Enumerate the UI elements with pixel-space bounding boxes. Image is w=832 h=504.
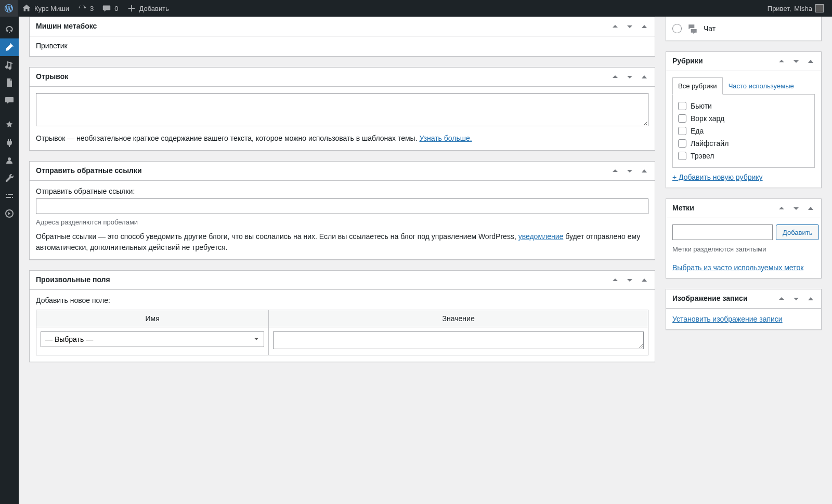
move-up-button[interactable] <box>608 162 622 180</box>
metabox-custom-fields: Произвольные поля Добавить новое поле: И… <box>29 270 655 362</box>
excerpt-learn-more-link[interactable]: Узнать больше. <box>419 134 472 142</box>
category-label: Трэвел <box>691 152 714 160</box>
categories-tab-frequent[interactable]: Часто используемые <box>723 77 800 95</box>
metabox-title: Произвольные поля <box>30 271 608 289</box>
move-up-button[interactable] <box>774 52 789 71</box>
metabox-formats-partial: Чат <box>666 17 822 41</box>
site-name: Курс Миши <box>34 5 69 12</box>
move-down-button[interactable] <box>622 17 637 36</box>
move-down-button[interactable] <box>789 199 803 218</box>
category-item[interactable]: Еда <box>678 125 809 137</box>
metabox-body: Приветик <box>36 42 68 50</box>
set-featured-image-link[interactable]: Установить изображение записи <box>672 315 783 323</box>
menu-users[interactable] <box>0 152 19 169</box>
comment-icon <box>102 4 111 13</box>
category-checkbox[interactable] <box>678 139 686 148</box>
move-up-button[interactable] <box>608 271 622 289</box>
updates-count: 3 <box>90 5 94 12</box>
move-up-button[interactable] <box>774 199 789 218</box>
metabox-title: Метки <box>666 199 774 218</box>
categories-tab-all[interactable]: Все рубрики <box>672 77 723 95</box>
category-label: Бьюти <box>691 102 712 110</box>
toggle-button[interactable] <box>803 199 818 218</box>
metabox-title: Мишин метабокс <box>30 17 608 36</box>
category-label: Ворк хард <box>691 114 724 123</box>
metabox-custom: Мишин метабокс Приветик <box>29 17 655 57</box>
toggle-button[interactable] <box>637 162 652 180</box>
move-down-button[interactable] <box>622 162 637 180</box>
menu-plugins[interactable] <box>0 134 19 152</box>
excerpt-desc: Отрывок — необязательное краткое содержа… <box>36 134 419 142</box>
metabox-trackbacks: Отправить обратные ссылки Отправить обра… <box>29 161 655 260</box>
metabox-excerpt: Отрывок Отрывок — необязательное краткое… <box>29 67 655 151</box>
tags-choose-link[interactable]: Выбрать из часто используемых меток <box>672 263 803 272</box>
move-up-button[interactable] <box>608 68 622 86</box>
move-down-button[interactable] <box>789 289 803 308</box>
toggle-button[interactable] <box>803 289 818 308</box>
trackback-label: Отправить обратные ссылки: <box>36 187 648 195</box>
category-item[interactable]: Ворк хард <box>678 112 809 125</box>
excerpt-textarea[interactable] <box>36 93 648 126</box>
move-down-button[interactable] <box>622 271 637 289</box>
metabox-title: Рубрики <box>666 52 774 71</box>
tags-input[interactable] <box>672 224 773 240</box>
admin-menu <box>0 17 19 383</box>
metabox-title: Отрывок <box>30 68 608 86</box>
category-checkbox[interactable] <box>678 114 686 123</box>
trackback-input[interactable] <box>36 198 648 214</box>
updates-link[interactable]: 3 <box>73 0 98 17</box>
cf-col-value: Значение <box>269 310 648 327</box>
category-label: Еда <box>691 127 704 135</box>
menu-pages[interactable] <box>0 74 19 91</box>
add-new-label: Добавить <box>139 5 169 12</box>
toggle-button[interactable] <box>637 17 652 36</box>
category-checkbox[interactable] <box>678 152 686 160</box>
toggle-button[interactable] <box>803 52 818 71</box>
add-category-link[interactable]: + Добавить новую рубрику <box>672 173 815 181</box>
move-down-button[interactable] <box>789 52 803 71</box>
metabox-title: Изображение записи <box>666 289 774 308</box>
menu-media[interactable] <box>0 56 19 74</box>
refresh-icon <box>77 4 87 13</box>
wordpress-icon <box>4 4 14 13</box>
menu-settings[interactable] <box>0 187 19 205</box>
site-home-link[interactable]: Курс Миши <box>18 0 73 17</box>
move-up-button[interactable] <box>774 289 789 308</box>
add-new-link[interactable]: Добавить <box>123 0 173 17</box>
user-avatar <box>815 4 824 12</box>
menu-appearance[interactable] <box>0 116 19 134</box>
category-item[interactable]: Бьюти <box>678 100 809 112</box>
category-checkbox[interactable] <box>678 102 686 110</box>
category-item[interactable]: Трэвел <box>678 150 809 162</box>
move-down-button[interactable] <box>622 68 637 86</box>
user-name: Misha <box>794 5 812 12</box>
menu-collapse[interactable] <box>0 205 19 222</box>
toggle-button[interactable] <box>637 271 652 289</box>
admin-toolbar: Курс Миши 3 0 Добавить Привет, Misha <box>0 0 832 17</box>
trackback-ping-link[interactable]: уведомление <box>518 232 564 241</box>
metabox-tags: Метки Добавить Метки разделяются запятым… <box>666 198 822 278</box>
tags-hint: Метки разделяются запятыми <box>672 245 815 253</box>
menu-tools[interactable] <box>0 169 19 187</box>
metabox-categories: Рубрики Все рубрики Часто используемые Б… <box>666 51 822 188</box>
plus-icon <box>127 4 136 13</box>
tags-add-button[interactable]: Добавить <box>776 224 819 240</box>
category-item[interactable]: Лайфстайл <box>678 137 809 150</box>
comments-link[interactable]: 0 <box>98 0 122 17</box>
trackback-hint: Адреса разделяются пробелами <box>36 218 648 226</box>
home-icon <box>22 4 31 13</box>
cf-value-textarea[interactable] <box>273 331 644 349</box>
menu-posts[interactable] <box>0 38 19 56</box>
custom-fields-table: Имя Значение — Выбрать — <box>36 310 648 355</box>
format-radio[interactable] <box>672 24 682 33</box>
trackback-desc-before: Обратные ссылки — это способ уведомить д… <box>36 232 518 241</box>
wp-logo[interactable] <box>0 0 18 17</box>
my-account[interactable]: Привет, Misha <box>763 0 828 17</box>
menu-dashboard[interactable] <box>0 21 19 38</box>
metabox-title: Отправить обратные ссылки <box>30 162 608 180</box>
cf-name-select[interactable]: — Выбрать — <box>41 331 264 347</box>
toggle-button[interactable] <box>637 68 652 86</box>
move-up-button[interactable] <box>608 17 622 36</box>
category-checkbox[interactable] <box>678 127 686 135</box>
menu-comments[interactable] <box>0 91 19 109</box>
